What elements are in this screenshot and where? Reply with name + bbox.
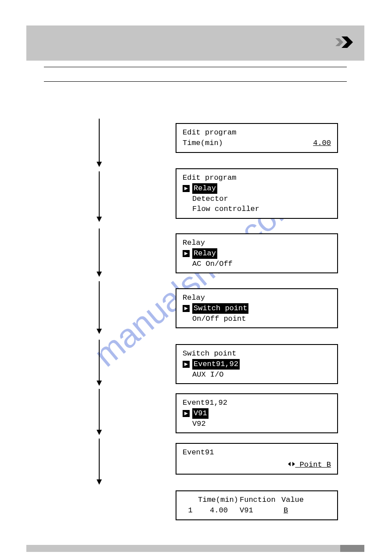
svg-marker-5 (97, 217, 102, 222)
col-function: Function (240, 495, 281, 505)
row-index: 1 (183, 505, 198, 516)
time-value[interactable]: 4.00 (296, 138, 331, 149)
arrow-down-icon (96, 229, 103, 277)
panel-summary-table: Time(min) Function Value 1 4.00 V91 B (176, 490, 338, 520)
svg-marker-13 (97, 430, 102, 435)
svg-marker-17 (184, 252, 188, 255)
svg-marker-11 (97, 381, 102, 386)
svg-marker-7 (97, 272, 102, 277)
col-time: Time(min) (198, 495, 240, 505)
panel-title: Relay (183, 293, 331, 303)
arrow-right-icon (183, 185, 190, 192)
menu-item-ac-onoff[interactable]: AC On/Off (183, 259, 331, 269)
menu-item-v92[interactable]: V92 (183, 419, 331, 429)
svg-marker-19 (184, 363, 188, 366)
footer-bar (26, 545, 364, 552)
menu-item-aux-io[interactable]: AUX I/O (183, 370, 331, 380)
table-row: 1 4.00 V91 B (183, 505, 331, 516)
menu-item-flow-controller[interactable]: Flow controller (183, 204, 331, 214)
time-label: Time(min) (183, 138, 223, 149)
svg-marker-9 (97, 329, 102, 334)
panel-title: Relay (183, 238, 331, 248)
row-value[interactable]: B (281, 505, 290, 516)
svg-marker-15 (97, 479, 102, 485)
divider (44, 81, 347, 82)
point-value[interactable]: Point B (295, 461, 331, 469)
col-value: Value (281, 495, 304, 505)
arrow-down-icon (96, 171, 103, 222)
menu-item-relay[interactable]: Relay (192, 183, 217, 194)
arrow-right-icon (183, 250, 190, 257)
panel-event91: Event91 Point B (176, 443, 338, 475)
arrow-right-icon (183, 410, 190, 417)
svg-marker-18 (184, 307, 188, 310)
menu-item-onoff-point[interactable]: On/Off point (183, 314, 331, 324)
panel-edit-program: Edit program Relay Detector Flow control… (176, 168, 338, 219)
panel-title: Edit program (183, 173, 331, 183)
svg-marker-3 (97, 162, 102, 167)
divider (44, 67, 347, 67)
panel-relay-switch: Relay Switch point On/Off point (176, 288, 338, 328)
double-chevron-icon (335, 36, 355, 50)
panel-relay: Relay Relay AC On/Off (176, 233, 338, 273)
svg-marker-16 (184, 187, 188, 190)
svg-marker-20 (184, 412, 188, 415)
panel-event9192: Event91,92 V91 V92 (176, 393, 338, 433)
menu-item-event9192[interactable]: Event91,92 (192, 359, 240, 370)
arrow-right-icon (183, 361, 190, 368)
menu-item-switch-point[interactable]: Switch point (192, 303, 248, 314)
svg-marker-0 (335, 38, 343, 46)
arrow-right-icon (183, 305, 190, 312)
menu-item-v91[interactable]: V91 (192, 408, 209, 419)
panel-title: Event91,92 (183, 398, 331, 408)
left-right-arrow-icon (288, 460, 295, 470)
row-time: 4.00 (198, 505, 240, 516)
header-bar (26, 25, 364, 61)
svg-marker-21 (288, 462, 291, 466)
row-function: V91 (240, 505, 281, 516)
arrow-down-icon (96, 389, 103, 435)
menu-item-detector[interactable]: Detector (183, 194, 331, 204)
panel-switch-point: Switch point Event91,92 AUX I/O (176, 344, 338, 384)
panel-title: Switch point (183, 348, 331, 359)
panel-title: Edit program (183, 127, 331, 138)
menu-item-relay[interactable]: Relay (192, 248, 217, 259)
footer-page-box (340, 545, 364, 552)
arrow-down-icon (96, 281, 103, 334)
arrow-down-icon (96, 439, 103, 485)
arrow-down-icon (96, 340, 103, 386)
arrow-down-icon (96, 119, 103, 167)
panel-title: Event91 (183, 447, 331, 458)
panel-edit-time: Edit program Time(min) 4.00 (176, 123, 338, 153)
